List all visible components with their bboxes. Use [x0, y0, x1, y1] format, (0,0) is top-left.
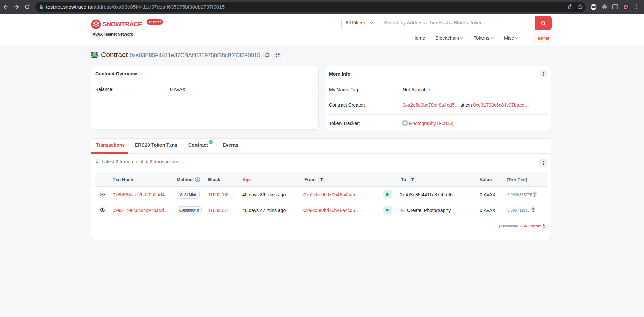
svg-text:$: $ [532, 208, 534, 211]
svg-text:$: $ [534, 192, 536, 195]
